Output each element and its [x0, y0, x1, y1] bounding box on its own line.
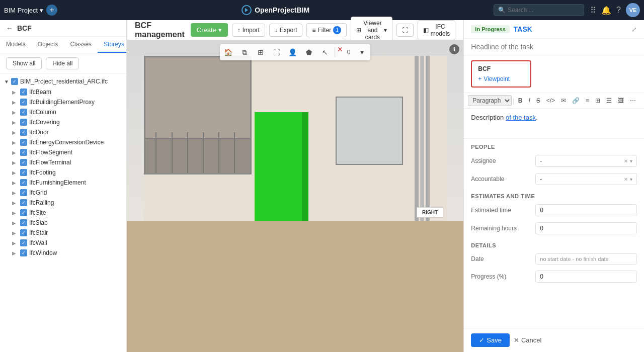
tree-item[interactable]: ▶ IfcSite	[0, 208, 126, 218]
add-viewpoint-button[interactable]: + Viewpoint	[478, 75, 524, 82]
tree-root-checkbox[interactable]	[11, 78, 18, 85]
accountable-field[interactable]: - ✕ ▾	[535, 173, 637, 185]
show-all-button[interactable]: Show all	[6, 57, 42, 69]
item-checkbox[interactable]	[20, 139, 27, 146]
cancel-button[interactable]: ✕ Cancel	[514, 336, 541, 344]
new-tab-button[interactable]: +	[46, 5, 57, 16]
more-button[interactable]: ⋯	[627, 96, 638, 106]
unordered-list-button[interactable]: ☰	[604, 96, 614, 106]
search-input[interactable]	[508, 7, 578, 14]
create-button[interactable]: Create ▾	[191, 23, 228, 37]
email-button[interactable]: ✉	[558, 96, 569, 106]
tree-item[interactable]: ▶ IfcRailing	[0, 198, 126, 208]
item-checkbox[interactable]	[20, 219, 27, 226]
strikethrough-button[interactable]: S	[534, 96, 543, 106]
task-title-input[interactable]	[464, 39, 644, 55]
tab-models[interactable]: Models	[0, 37, 32, 53]
item-checkbox[interactable]	[20, 199, 27, 206]
estimated-time-input[interactable]	[535, 204, 637, 216]
assignee-clear-icon[interactable]: ✕	[624, 158, 628, 164]
item-checkbox[interactable]	[20, 239, 27, 246]
help-icon[interactable]: ?	[616, 6, 621, 15]
tree-item[interactable]: ▶ IfcFooting	[0, 167, 126, 178]
ordered-list-button[interactable]: ⊞	[593, 96, 603, 106]
cross-dropdown[interactable]: ▾	[355, 45, 370, 59]
item-checkbox[interactable]	[20, 109, 27, 116]
italic-button[interactable]: I	[526, 96, 532, 106]
item-checkbox[interactable]	[20, 119, 27, 126]
bell-icon[interactable]: 🔔	[601, 6, 611, 15]
tree-item[interactable]: ▶ IfcSlab	[0, 218, 126, 228]
item-checkbox[interactable]	[20, 179, 27, 186]
item-label: IfcFurnishingElement	[29, 179, 86, 186]
filter-button[interactable]: ≡ Filter 1	[306, 23, 347, 37]
tab-classes[interactable]: Classes	[64, 37, 98, 53]
bcf-label: BCF	[478, 65, 524, 72]
paragraph-select[interactable]: Paragraph	[468, 95, 512, 106]
tree-item[interactable]: ▶ IfcColumn	[0, 107, 126, 117]
tab-objects[interactable]: Objects	[32, 37, 64, 53]
tree-item[interactable]: ▶ IfcStair	[0, 228, 126, 238]
highlight-tool[interactable]: ⬟	[301, 45, 316, 59]
save-button[interactable]: ✓ Save	[471, 333, 510, 347]
editor-content[interactable]: Description of the task.	[464, 109, 644, 139]
grid-tool[interactable]: ⊞	[253, 45, 268, 59]
user-tool[interactable]: 👤	[285, 45, 300, 59]
fullscreen-tool[interactable]: ⛶	[269, 45, 284, 59]
item-checkbox[interactable]	[20, 189, 27, 196]
item-checkbox[interactable]	[20, 209, 27, 216]
copy-tool[interactable]: ⧉	[237, 45, 252, 59]
accountable-clear-icon[interactable]: ✕	[624, 177, 628, 182]
progress-input[interactable]	[535, 271, 637, 283]
item-checkbox[interactable]	[20, 89, 27, 96]
remaining-hours-input[interactable]	[535, 222, 637, 234]
item-checkbox[interactable]	[20, 249, 27, 256]
accountable-arrow-icon[interactable]: ▾	[630, 177, 632, 182]
assignee-arrow-icon[interactable]: ▾	[630, 158, 632, 164]
item-label: IfcSite	[29, 209, 46, 216]
hide-all-button[interactable]: Hide all	[46, 57, 79, 69]
avatar[interactable]: VE	[626, 3, 640, 17]
tree-item[interactable]: ▶ IfcWall	[0, 238, 126, 248]
estimates-section-title: ESTIMATES AND TIME	[464, 188, 644, 201]
bim-project-button[interactable]: BIM Project ▾	[4, 7, 43, 14]
ifc-models-button[interactable]: ◧ IFC models	[418, 20, 456, 40]
viewer-cards-button[interactable]: ⊞ Viewer and cards ▾	[351, 17, 392, 44]
import-button[interactable]: ↑ Import	[232, 24, 265, 37]
tree-item[interactable]: ▶ IfcGrid	[0, 188, 126, 198]
fullscreen-button[interactable]: ⛶	[396, 24, 414, 37]
bullet-list-button[interactable]: ≡	[583, 96, 592, 106]
tree-item[interactable]: ▶ IfcFurnishingElement	[0, 178, 126, 188]
home-tool[interactable]: 🏠	[221, 45, 236, 59]
bold-button[interactable]: B	[516, 96, 525, 106]
date-field[interactable]: no start date - no finish date	[535, 253, 637, 265]
tree-item[interactable]: ▶ IfcFlowTerminal	[0, 157, 126, 167]
search-box[interactable]: 🔍	[494, 4, 584, 16]
tree-item[interactable]: ▶ IfcWindow	[0, 248, 126, 258]
export-button[interactable]: ↓ Export	[269, 24, 303, 37]
tree-item[interactable]: ▶ IfcDoor	[0, 127, 126, 137]
description-link[interactable]: of the task	[506, 114, 536, 121]
item-checkbox[interactable]	[20, 159, 27, 166]
back-button[interactable]: ←	[6, 24, 13, 32]
tree-item[interactable]: ▶ IfcFlowSegment	[0, 147, 126, 157]
tree-root-item[interactable]: ▼ BIM_Project_residential_ARC.ifc	[0, 76, 126, 87]
image-button[interactable]: 🖼	[615, 96, 626, 106]
assignee-field[interactable]: - ✕ ▾	[535, 155, 637, 167]
item-checkbox[interactable]	[20, 149, 27, 156]
export-icon: ↓	[275, 27, 278, 34]
grid-icon[interactable]: ⠿	[590, 6, 596, 15]
item-checkbox[interactable]	[20, 129, 27, 136]
tab-storeys[interactable]: Storeys	[98, 37, 127, 53]
item-checkbox[interactable]	[20, 99, 27, 106]
expand-panel-icon[interactable]: ⤢	[631, 26, 637, 33]
code-button[interactable]: </>	[544, 96, 557, 106]
tree-item[interactable]: ▶ IfcCovering	[0, 117, 126, 127]
tree-item[interactable]: ▶ IfcBeam	[0, 87, 126, 97]
tree-item[interactable]: ▶ IfcBuildingElementProxy	[0, 97, 126, 107]
select-tool[interactable]: ↖	[317, 45, 333, 59]
item-checkbox[interactable]	[20, 169, 27, 176]
item-checkbox[interactable]	[20, 229, 27, 236]
link-button[interactable]: 🔗	[570, 96, 582, 106]
tree-item[interactable]: ▶ IfcEnergyConversionDevice	[0, 137, 126, 147]
